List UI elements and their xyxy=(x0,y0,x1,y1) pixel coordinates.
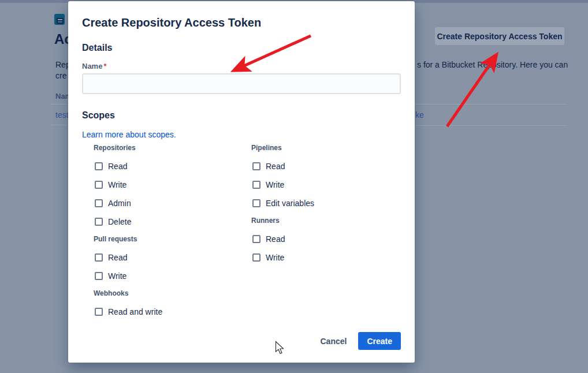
checkbox-pipelines-read[interactable]: Read xyxy=(251,162,401,171)
table-divider xyxy=(415,104,566,105)
table-divider xyxy=(51,104,68,105)
intro-text-fragment: cre xyxy=(55,71,66,80)
details-heading: Details xyxy=(82,43,401,53)
checkbox-icon[interactable] xyxy=(95,162,103,170)
name-input[interactable] xyxy=(82,73,401,94)
checkbox-icon[interactable] xyxy=(252,199,260,207)
scopes-column-right: Pipelines Read Write Edit variables xyxy=(251,144,401,271)
name-field-label: Name* xyxy=(82,62,401,70)
create-repository-access-token-dialog: Create Repository Access Token Details N… xyxy=(68,1,415,363)
create-repository-access-token-button[interactable]: Create Repository Access Token xyxy=(435,27,564,45)
checkbox-icon[interactable] xyxy=(95,218,103,226)
scope-group-pipelines: Pipelines Read Write Edit variables xyxy=(251,144,401,208)
checkbox-runners-read[interactable]: Read xyxy=(251,234,401,244)
token-name-link[interactable]: test xyxy=(55,110,69,120)
create-button[interactable]: Create xyxy=(358,332,401,350)
scope-group-pull-requests: Pull requests Read Write xyxy=(94,236,244,281)
required-asterisk: * xyxy=(103,62,106,70)
cancel-button[interactable]: Cancel xyxy=(320,337,347,346)
table-divider xyxy=(51,125,68,125)
checkbox-icon[interactable] xyxy=(95,272,103,280)
checkbox-runners-write[interactable]: Write xyxy=(251,253,401,262)
checkbox-icon[interactable] xyxy=(95,308,103,316)
scopes-heading: Scopes xyxy=(82,110,401,121)
table-divider xyxy=(415,125,566,126)
checkbox-repositories-delete[interactable]: Delete xyxy=(94,217,244,226)
learn-more-about-scopes-link[interactable]: Learn more about scopes. xyxy=(82,130,176,139)
checkbox-icon[interactable] xyxy=(252,181,260,189)
intro-text-fragment: s for a Bitbucket Repository. Here you c… xyxy=(417,60,568,69)
scope-group-label: Pipelines xyxy=(251,144,401,151)
checkbox-icon[interactable] xyxy=(252,253,260,262)
checkbox-pipelines-write[interactable]: Write xyxy=(251,180,401,189)
scope-group-webhooks: Webhooks Read and write xyxy=(94,290,244,316)
scope-group-label: Repositories xyxy=(94,144,244,151)
scope-group-label: Webhooks xyxy=(94,290,244,297)
checkbox-repositories-read[interactable]: Read xyxy=(94,162,244,171)
checkbox-repositories-write[interactable]: Write xyxy=(94,180,244,189)
scope-group-runners: Runners Read Write xyxy=(251,217,401,262)
access-tokens-page-icon xyxy=(54,14,65,25)
checkbox-repositories-admin[interactable]: Admin xyxy=(94,199,244,208)
checkbox-webhooks-read-and-write[interactable]: Read and write xyxy=(94,307,244,316)
screen: Ac Rep cre s for a Bitbucket Repository.… xyxy=(0,0,588,373)
checkbox-pull-requests-read[interactable]: Read xyxy=(94,253,244,262)
checkbox-pipelines-edit-variables[interactable]: Edit variables xyxy=(251,199,401,208)
checkbox-icon[interactable] xyxy=(95,199,103,207)
scope-group-repositories: Repositories Read Write Admin xyxy=(94,144,244,226)
checkbox-icon[interactable] xyxy=(95,181,103,189)
dialog-footer: Cancel Create xyxy=(320,332,401,350)
checkbox-pull-requests-write[interactable]: Write xyxy=(94,271,244,281)
scope-group-label: Pull requests xyxy=(94,236,244,243)
checkbox-icon[interactable] xyxy=(95,253,103,262)
dialog-title: Create Repository Access Token xyxy=(82,16,401,29)
checkbox-icon[interactable] xyxy=(252,235,260,243)
scopes-column-left: Repositories Read Write Admin xyxy=(94,144,244,326)
scope-group-label: Runners xyxy=(251,217,401,224)
checkbox-icon[interactable] xyxy=(252,162,260,170)
revoke-link[interactable]: ke xyxy=(415,110,424,120)
